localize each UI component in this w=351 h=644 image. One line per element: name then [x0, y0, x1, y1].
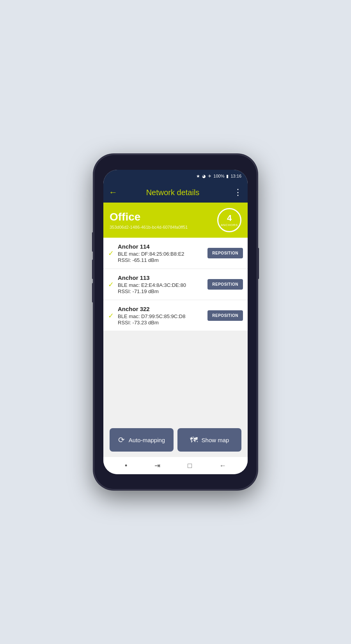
anchor-item: ✓ Anchor 113 BLE mac: E2:E4:8A:3C:DE:80 … — [103, 269, 248, 300]
auto-mapping-label: Auto-mapping — [129, 437, 165, 443]
reposition-button-3[interactable]: REPOSITION — [207, 310, 243, 321]
anchor-count: 4 — [227, 214, 232, 222]
top-bar: ← Network details ⋮ — [103, 182, 248, 203]
anchor-title: Anchor 114 — [118, 243, 207, 250]
anchor-title: Anchor 113 — [118, 274, 207, 281]
nav-bar: • ⇥ □ ← — [103, 457, 248, 474]
anchor-rssi: RSSI: -73.23 dBm — [118, 320, 207, 326]
network-name: Office — [110, 211, 217, 223]
anchor-item: ✓ Anchor 322 BLE mac: D7:99:5C:85:9C:D8 … — [103, 300, 248, 331]
reposition-button-1[interactable]: REPOSITION — [207, 248, 243, 258]
anchor-mac: BLE mac: DF:84:25:06:B8:E2 — [118, 251, 207, 257]
show-map-label: Show map — [202, 437, 229, 443]
airplane-icon: ✈ — [208, 174, 211, 179]
battery-percent: 100% — [213, 174, 224, 178]
battery-icon: ▮ — [226, 174, 229, 179]
anchor-mac: BLE mac: E2:E4:8A:3C:DE:80 — [118, 282, 207, 288]
nav-recent-icon[interactable]: ⇥ — [154, 461, 160, 470]
time-display: 13:16 — [230, 174, 241, 178]
network-header: Office 353d06d2-1486-461b-bc4d-60784fa0f… — [103, 203, 248, 238]
nav-back-icon[interactable]: ← — [219, 462, 226, 470]
anchor-details: Anchor 322 BLE mac: D7:99:5C:85:9C:D8 RS… — [118, 306, 207, 326]
reposition-button-2[interactable]: REPOSITION — [207, 279, 243, 290]
back-button[interactable]: ← — [109, 187, 117, 197]
anchor-item: ✓ Anchor 114 BLE mac: DF:84:25:06:B8:E2 … — [103, 238, 248, 269]
auto-mapping-icon: ⟳ — [118, 435, 125, 445]
anchor-rssi: RSSI: -65.11 dBm — [118, 257, 207, 263]
nav-dot-icon: • — [125, 462, 127, 470]
anchor-label: ANCHORS — [221, 223, 238, 227]
map-icon: 🗺 — [190, 436, 198, 445]
anchor-details: Anchor 113 BLE mac: E2:E4:8A:3C:DE:80 RS… — [118, 274, 207, 294]
anchor-title: Anchor 322 — [118, 306, 207, 312]
anchor-rssi: RSSI: -71.19 dBm — [118, 288, 207, 294]
show-map-button[interactable]: 🗺 Show map — [177, 428, 241, 452]
phone-screen: ★ ◕ ✈ 100% ▮ 13:16 ← Network details ⋮ O… — [103, 170, 248, 474]
network-info: Office 353d06d2-1486-461b-bc4d-60784fa0f… — [110, 211, 217, 229]
bottom-buttons: ⟳ Auto-mapping 🗺 Show map — [103, 423, 248, 457]
anchor-badge: 4 ANCHORS — [217, 208, 241, 232]
empty-content-area — [103, 331, 248, 423]
check-icon: ✓ — [108, 311, 114, 320]
nav-home-icon[interactable]: □ — [188, 462, 192, 470]
phone-frame: ★ ◕ ✈ 100% ▮ 13:16 ← Network details ⋮ O… — [94, 154, 257, 490]
status-bar: ★ ◕ ✈ 100% ▮ 13:16 — [103, 170, 248, 182]
auto-mapping-button[interactable]: ⟳ Auto-mapping — [110, 428, 174, 452]
more-options-button[interactable]: ⋮ — [234, 187, 242, 197]
network-uuid: 353d06d2-1486-461b-bc4d-60784fa0ff51 — [110, 225, 217, 229]
check-icon: ✓ — [108, 280, 114, 289]
check-icon: ✓ — [108, 249, 114, 258]
page-title: Network details — [121, 188, 224, 197]
status-icons: ★ ◕ ✈ 100% ▮ 13:16 — [196, 174, 241, 179]
anchor-details: Anchor 114 BLE mac: DF:84:25:06:B8:E2 RS… — [118, 243, 207, 263]
bluetooth-icon: ★ — [196, 174, 200, 179]
anchors-list: ✓ Anchor 114 BLE mac: DF:84:25:06:B8:E2 … — [103, 238, 248, 331]
anchor-mac: BLE mac: D7:99:5C:85:9C:D8 — [118, 313, 207, 319]
wifi-icon: ◕ — [202, 174, 206, 179]
